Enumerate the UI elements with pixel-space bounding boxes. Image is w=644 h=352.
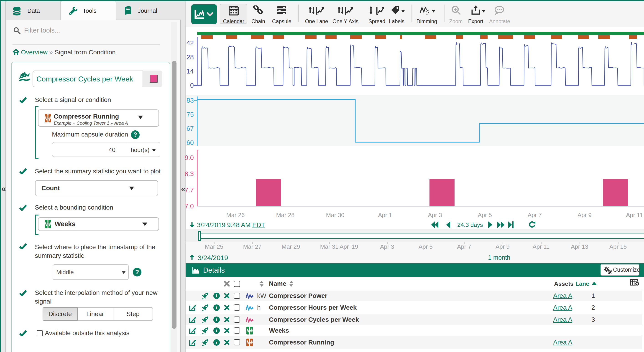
svg-text:8.3: 8.3 [185,170,194,177]
svg-text:67: 67 [186,125,194,132]
svg-text:7.0: 7.0 [185,203,194,210]
svg-text:Mar 28: Mar 28 [276,212,295,218]
svg-text:14: 14 [186,68,194,75]
svg-text:Apr 7: Apr 7 [528,212,542,218]
svg-text:60: 60 [186,139,194,146]
svg-text:75: 75 [186,111,194,118]
svg-text:42: 42 [186,39,194,47]
svg-text:Apr 11: Apr 11 [626,212,643,218]
svg-text:9.0: 9.0 [185,154,194,161]
svg-text:Apr 3: Apr 3 [428,212,442,218]
svg-text:Mar 26: Mar 26 [226,212,245,218]
svg-text:Apr 9: Apr 9 [578,212,592,218]
svg-text:Apr 1: Apr 1 [378,212,392,218]
svg-text:Mar 30: Mar 30 [326,212,344,218]
svg-text:Apr 5: Apr 5 [478,212,492,218]
svg-text:28: 28 [186,53,194,61]
svg-text:83: 83 [186,97,194,104]
svg-text:7.7: 7.7 [185,186,194,194]
svg-text:0: 0 [190,82,194,89]
